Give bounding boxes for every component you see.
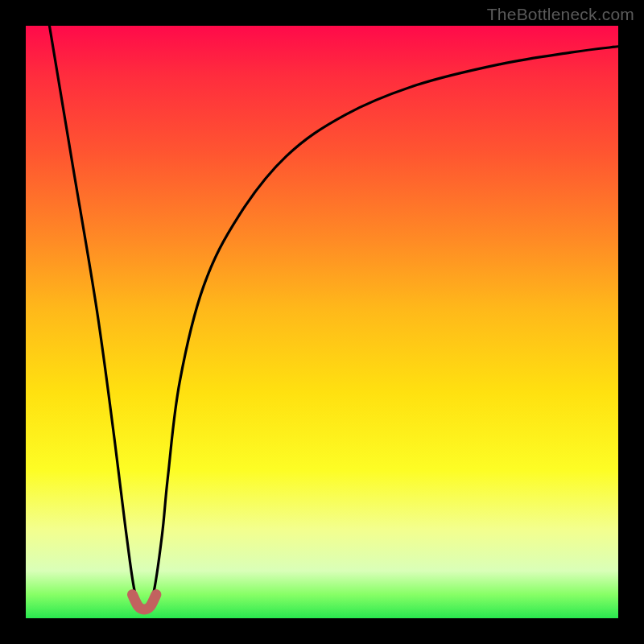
- watermark-text: TheBottleneck.com: [487, 5, 634, 24]
- bottleneck-curve-path: [49, 26, 618, 606]
- plot-area: [26, 26, 618, 618]
- curve-layer: [26, 26, 618, 618]
- chart-frame: TheBottleneck.com: [0, 0, 644, 644]
- marker-region-path: [132, 595, 155, 609]
